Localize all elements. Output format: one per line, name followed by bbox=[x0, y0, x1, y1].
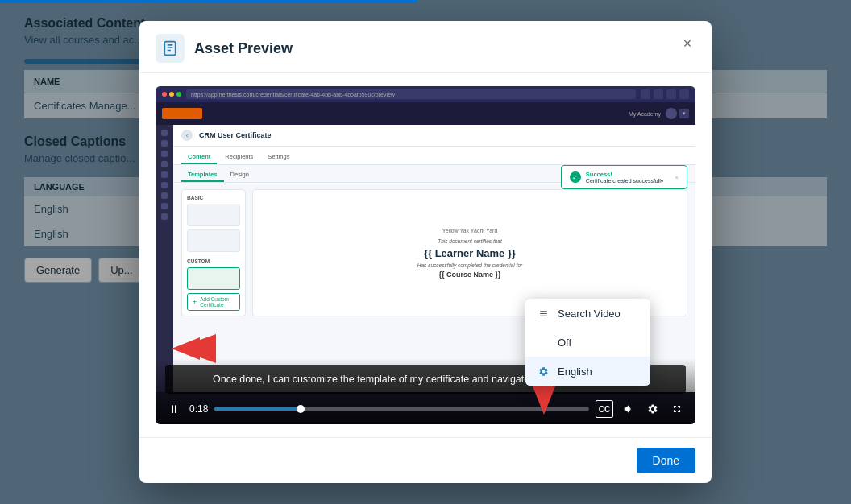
success-banner: ✓ Success! Certificate created successfu… bbox=[561, 165, 687, 189]
template-1 bbox=[187, 204, 240, 226]
close-button[interactable]: × bbox=[676, 32, 699, 55]
templates-panel: BASIC CUSTOM + Add Custom Certificate bbox=[181, 189, 246, 316]
sidebar-icon-7 bbox=[161, 192, 168, 199]
subtab-templates: Templates bbox=[181, 168, 224, 182]
top-progress-bar bbox=[0, 0, 851, 3]
sidebar-icon-9 bbox=[161, 213, 168, 220]
basic-label: BASIC bbox=[187, 195, 240, 200]
modal-header: Asset Preview × bbox=[139, 21, 712, 73]
modal-overlay: Asset Preview × bbox=[0, 0, 851, 504]
tab-content: Content bbox=[181, 151, 217, 164]
svg-marker-4 bbox=[533, 386, 555, 415]
modal-footer: Done bbox=[139, 437, 712, 483]
time-display: 0:18 bbox=[189, 403, 208, 415]
sidebar-icon-8 bbox=[161, 203, 168, 209]
my-academy-label: My Academy bbox=[629, 111, 661, 117]
fullscreen-button[interactable] bbox=[668, 400, 686, 418]
sidebar-icon-4 bbox=[161, 161, 168, 167]
cert-course: {{ Course Name }} bbox=[438, 271, 500, 279]
url-text: https://app.herthesis.com/credentials/ce… bbox=[191, 92, 395, 97]
cert-completed: Has successfully completed the credentia… bbox=[417, 262, 522, 268]
caption-dropdown: Search Video Off English bbox=[525, 299, 650, 386]
progress-thumb bbox=[297, 405, 305, 413]
english-icon bbox=[537, 365, 550, 378]
subtab-design: Design bbox=[224, 168, 255, 182]
modal-body: https://app.herthesis.com/credentials/ce… bbox=[139, 73, 712, 437]
success-close-icon: × bbox=[675, 174, 679, 181]
off-label: Off bbox=[558, 337, 571, 349]
success-message: Certificate created successfully bbox=[586, 178, 663, 184]
url-bar: https://app.herthesis.com/credentials/ce… bbox=[186, 89, 636, 99]
off-icon bbox=[537, 336, 550, 349]
left-arrow-indicator bbox=[172, 334, 216, 366]
sidebar-icon-6 bbox=[161, 182, 168, 188]
search-video-label: Search Video bbox=[558, 308, 621, 320]
asset-icon bbox=[156, 34, 185, 63]
custom-label: CUSTOM + Add Custom Certificate bbox=[187, 258, 240, 311]
video-player[interactable]: https://app.herthesis.com/credentials/ce… bbox=[156, 86, 695, 424]
progress-fill bbox=[214, 407, 301, 411]
cert-company: Yellow Yak Yacht Yard bbox=[442, 228, 498, 233]
template-2 bbox=[187, 229, 240, 252]
done-button[interactable]: Done bbox=[637, 448, 695, 473]
dropdown-english[interactable]: English bbox=[525, 357, 650, 386]
hs-sidebar bbox=[156, 125, 173, 392]
english-label: English bbox=[558, 366, 592, 378]
volume-button[interactable] bbox=[620, 400, 637, 418]
back-button: ‹ bbox=[181, 130, 193, 141]
hs-nav: My Academy ▾ bbox=[156, 102, 695, 125]
hs-content-header: ‹ CRM User Certificate bbox=[173, 125, 695, 147]
tab-recipients: Recipients bbox=[218, 151, 259, 164]
hs-page-title: CRM User Certificate bbox=[199, 131, 272, 139]
success-title: Success! bbox=[586, 171, 663, 178]
tab-settings: Settings bbox=[261, 151, 296, 164]
sidebar-icon-1 bbox=[161, 130, 168, 136]
sidebar-icon-3 bbox=[161, 151, 168, 157]
asset-preview-modal: Asset Preview × bbox=[139, 21, 712, 483]
success-content: Success! Certificate created successfull… bbox=[586, 171, 663, 184]
video-progress-row: ⏸ 0:18 CC bbox=[165, 400, 686, 418]
cc-button[interactable]: CC bbox=[596, 400, 613, 418]
settings-button[interactable] bbox=[644, 400, 662, 418]
dropdown-off[interactable]: Off bbox=[525, 328, 650, 357]
sidebar-icon-2 bbox=[161, 140, 168, 147]
play-pause-button[interactable]: ⏸ bbox=[165, 400, 183, 418]
svg-marker-2 bbox=[172, 337, 200, 360]
hs-tabs: Content Recipients Settings bbox=[173, 147, 695, 165]
search-video-icon bbox=[537, 307, 550, 320]
success-check-icon: ✓ bbox=[570, 171, 581, 183]
dropdown-search-video[interactable]: Search Video bbox=[525, 299, 650, 328]
browser-topbar: https://app.herthesis.com/credentials/ce… bbox=[156, 86, 695, 102]
top-progress-fill bbox=[0, 0, 417, 3]
sidebar-icon-5 bbox=[161, 171, 168, 178]
template-custom bbox=[187, 267, 240, 290]
cert-learner: {{ Learner Name }} bbox=[424, 247, 516, 259]
add-cert-button: + Add Custom Certificate bbox=[187, 293, 240, 311]
modal-title: Asset Preview bbox=[194, 40, 293, 57]
certificate-preview: Yellow Yak Yacht Yard This document cert… bbox=[252, 189, 687, 316]
cert-body-text: This document certifies that bbox=[438, 238, 501, 244]
